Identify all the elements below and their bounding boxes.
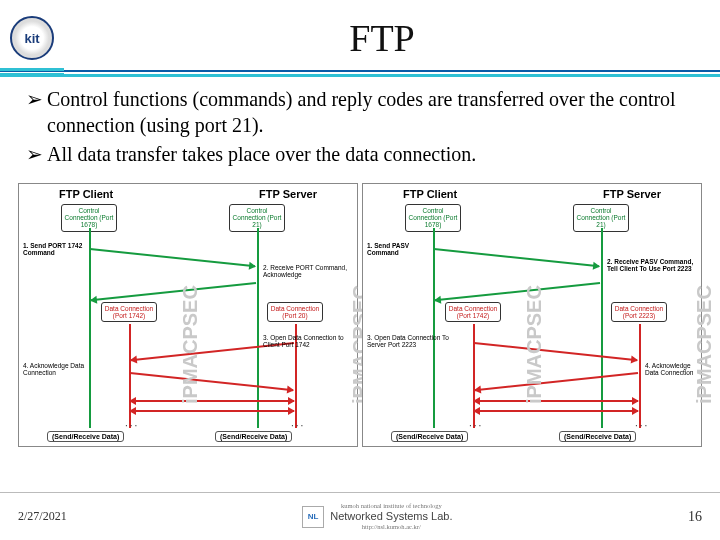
page-number: 16 — [688, 509, 702, 525]
step-4: 4. Acknowledge Data Connection — [23, 362, 95, 376]
step-2: 2. Receive PASV Command, Tell Client To … — [607, 258, 699, 272]
active-ftp-diagram: FTP Client FTP Server Control Connection… — [18, 183, 358, 447]
step-4: 4. Acknowledge Data Connection — [645, 362, 701, 376]
bullet-icon: ➢ — [26, 86, 43, 139]
institution-logo: kit — [10, 16, 54, 60]
arrow-ack-data — [130, 372, 293, 391]
footer-date: 2/27/2021 — [18, 509, 67, 524]
watermark: iPMACPSEC — [179, 285, 202, 404]
footer-lab-name: Networked Systems Lab. — [330, 510, 452, 523]
bullet-text: All data transfer takes place over the d… — [47, 141, 476, 167]
step-3: 3. Open Data Connection to Client Port 1… — [263, 334, 349, 348]
server-label: FTP Server — [259, 188, 317, 200]
watermark: iPMACPSEC — [523, 285, 546, 404]
step-1: 1. Send PASV Command — [367, 242, 429, 256]
ellipsis-icon: ··· — [469, 420, 483, 431]
sendrecv-right: (Send/Receive Data) — [215, 431, 292, 442]
server-data-box: Data Connection (Port 20) — [267, 302, 323, 322]
slide-footer: 2/27/2021 NL kumoh national institute of… — [0, 492, 720, 540]
slide-header: kit FTP — [0, 0, 720, 72]
sendrecv-left: (Send/Receive Data) — [391, 431, 468, 442]
arrow-pasv-reply — [435, 282, 600, 301]
client-control-line — [433, 228, 435, 428]
diagram-area: FTP Client FTP Server Control Connection… — [0, 175, 720, 457]
ellipsis-icon: ··· — [635, 420, 649, 431]
client-label: FTP Client — [403, 188, 457, 200]
client-data-box: Data Connection (Port 1742) — [101, 302, 157, 322]
arrow-data-2 — [130, 410, 294, 412]
sendrecv-left: (Send/Receive Data) — [47, 431, 124, 442]
arrow-pasv-cmd — [434, 248, 599, 267]
passive-ftp-diagram: FTP Client FTP Server Control Connection… — [362, 183, 702, 447]
bullet-item: ➢ All data transfer takes place over the… — [26, 141, 694, 167]
lab-logo: NL — [302, 506, 324, 528]
arrow-open-data — [474, 342, 637, 361]
body-text: ➢ Control functions (commands) and reply… — [0, 72, 720, 175]
footer-institution: kumoh national institute of technology — [330, 502, 452, 510]
server-control-line — [257, 228, 259, 428]
server-control-line — [601, 228, 603, 428]
step-2: 2. Receive PORT Command, Acknowledge — [263, 264, 349, 278]
server-label: FTP Server — [603, 188, 661, 200]
client-label: FTP Client — [59, 188, 113, 200]
arrow-port-cmd — [90, 248, 255, 267]
watermark: iPMACPSEC — [693, 285, 716, 404]
bullet-icon: ➢ — [26, 141, 43, 167]
ellipsis-icon: ··· — [291, 420, 305, 431]
bullet-item: ➢ Control functions (commands) and reply… — [26, 86, 694, 139]
slide-title: FTP — [54, 16, 710, 60]
bullet-text: Control functions (commands) and reply c… — [47, 86, 694, 139]
footer-center: NL kumoh national institute of technolog… — [302, 502, 452, 531]
arrow-ack-data — [475, 372, 638, 391]
header-underline — [0, 74, 720, 77]
sendrecv-right: (Send/Receive Data) — [559, 431, 636, 442]
ellipsis-icon: ··· — [125, 420, 139, 431]
server-data-line — [639, 324, 641, 428]
logo-text: kit — [24, 31, 39, 46]
step-1: 1. Send PORT 1742 Command — [23, 242, 85, 256]
arrow-port-ack — [91, 282, 256, 301]
step-3: 3. Open Data Connection To Server Port 2… — [367, 334, 451, 348]
footer-url: http://nsl.kumoh.ac.kr/ — [330, 523, 452, 531]
arrow-data-1 — [130, 400, 294, 402]
client-control-line — [89, 228, 91, 428]
server-data-box: Data Connection (Port 2223) — [611, 302, 667, 322]
client-data-box: Data Connection (Port 1742) — [445, 302, 501, 322]
arrow-data-1 — [474, 400, 638, 402]
arrow-data-2 — [474, 410, 638, 412]
